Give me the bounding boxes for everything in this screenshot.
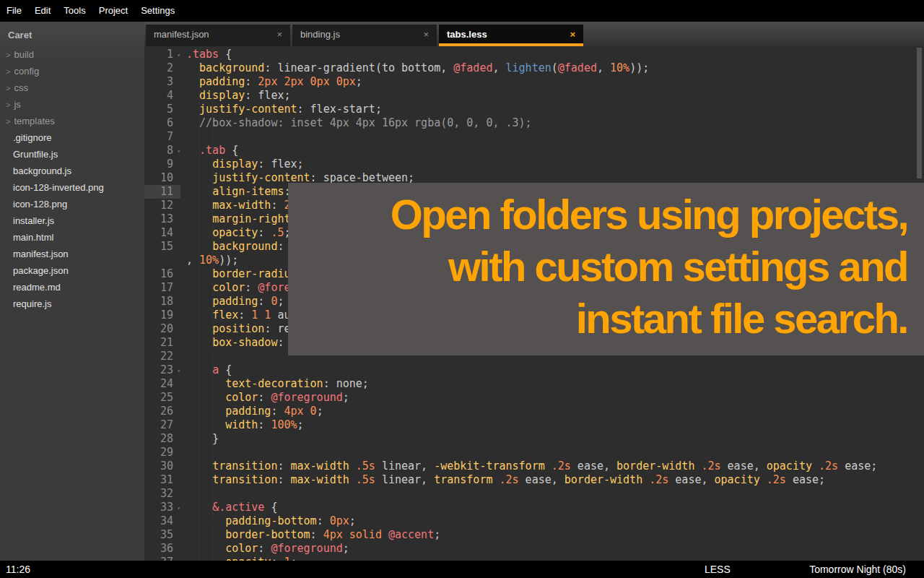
line-number: 6 bbox=[144, 116, 180, 130]
sidebar-folder-build[interactable]: >build bbox=[0, 46, 144, 63]
sidebar-file-main-html[interactable]: main.html bbox=[0, 229, 144, 246]
code-line[interactable]: 32 bbox=[144, 487, 924, 501]
sidebar-file-gruntfile-js[interactable]: Gruntfile.js bbox=[0, 146, 144, 163]
code-line[interactable]: 30 transition: max-width .5s linear, -we… bbox=[144, 460, 924, 473]
code-line[interactable]: 24 text-decoration: none; bbox=[144, 377, 924, 391]
sidebar-file-icon-128-inverted-png[interactable]: icon-128-inverted.png bbox=[0, 179, 144, 196]
menu-project[interactable]: Project bbox=[92, 0, 134, 22]
sidebar-file-background-js[interactable]: background.js bbox=[0, 163, 144, 179]
menu-settings[interactable]: Settings bbox=[134, 0, 181, 22]
line-number-text: 12 bbox=[160, 199, 173, 212]
sidebar-folder-js[interactable]: >js bbox=[0, 96, 144, 113]
theme-name[interactable]: Tomorrow Night (80s) bbox=[809, 564, 906, 575]
code-line[interactable]: 29 bbox=[144, 446, 924, 460]
code-token: , bbox=[597, 61, 610, 74]
code-text: border-bottom: 4px solid @accent; bbox=[180, 528, 924, 542]
close-icon[interactable]: × bbox=[423, 29, 429, 40]
code-line[interactable]: 4 display: flex; bbox=[144, 89, 924, 103]
sidebar-folder-config[interactable]: >config bbox=[0, 63, 144, 79]
code-token: : bbox=[277, 460, 290, 473]
line-number-text: 30 bbox=[160, 460, 173, 473]
sidebar-file-gitignore[interactable]: .gitignore bbox=[0, 129, 144, 146]
code-line[interactable]: 23▾ a { bbox=[144, 363, 924, 377]
code-line[interactable]: 5 justify-content: flex-start; bbox=[144, 103, 924, 116]
fold-icon[interactable]: ▾ bbox=[177, 144, 180, 158]
code-token: , bbox=[186, 254, 199, 267]
code-token: : none; bbox=[323, 377, 369, 390]
code-line[interactable]: 31 transition: max-width .5s linear, tra… bbox=[144, 473, 924, 487]
code-line[interactable]: 7 bbox=[144, 130, 924, 144]
code-token: : bbox=[238, 309, 251, 322]
code-token: ease, bbox=[721, 460, 767, 473]
code-line[interactable]: 25 color: @foreground; bbox=[144, 391, 924, 405]
code-token: 1 1 bbox=[251, 309, 271, 322]
code-token: @foreground bbox=[271, 542, 342, 555]
code-line[interactable]: 33▾ &.active { bbox=[144, 501, 924, 514]
code-token: 1 bbox=[284, 556, 290, 561]
line-number-text: 10 bbox=[160, 171, 173, 184]
code-line[interactable]: 35 border-bottom: 4px solid @accent; bbox=[144, 528, 924, 542]
code-token: : flex; bbox=[258, 158, 303, 171]
syntax-mode[interactable]: LESS bbox=[705, 564, 731, 575]
code-token bbox=[186, 144, 199, 157]
fold-icon[interactable]: ▾ bbox=[177, 48, 180, 62]
tab-manifest-json[interactable]: manifest.json× bbox=[146, 25, 290, 46]
code-text: .tab { bbox=[180, 144, 924, 158]
chevron-right-icon: > bbox=[6, 84, 10, 92]
code-line[interactable]: 9 display: flex; bbox=[144, 158, 924, 171]
code-line[interactable]: 37 opacity: 1; bbox=[144, 556, 924, 561]
code-line[interactable]: 26 padding: 4px 0; bbox=[144, 405, 924, 418]
sidebar-file-manifest-json[interactable]: manifest.json bbox=[0, 246, 144, 262]
code-token: : linear-gradient(to bottom, bbox=[264, 61, 453, 74]
code-token: : flex; bbox=[245, 89, 290, 102]
code-line[interactable]: 8▾ .tab { bbox=[144, 144, 924, 158]
code-line[interactable]: 28 } bbox=[144, 432, 924, 446]
code-token: .2s bbox=[701, 460, 720, 473]
code-token: : re bbox=[264, 322, 290, 335]
menu-tools[interactable]: Tools bbox=[57, 0, 92, 22]
code-line[interactable]: 2 background: linear-gradient(to bottom,… bbox=[144, 61, 924, 75]
code-text: a { bbox=[180, 363, 924, 377]
menu-edit[interactable]: Edit bbox=[28, 0, 57, 22]
code-line[interactable]: 6 //box-shadow: inset 4px 4px 16px rgba(… bbox=[144, 116, 924, 130]
code-line[interactable]: 36 color: @foreground; bbox=[144, 542, 924, 556]
code-token: ease, bbox=[571, 460, 616, 473]
sidebar-file-readme-md[interactable]: readme.md bbox=[0, 279, 144, 296]
code-line[interactable]: 34 padding-bottom: 0px; bbox=[144, 514, 924, 528]
sidebar-folder-css[interactable]: >css bbox=[0, 79, 144, 96]
code-text: color: @foreground; bbox=[180, 542, 924, 556]
tab-binding-js[interactable]: binding.js× bbox=[292, 25, 437, 46]
line-number: 8▾ bbox=[144, 144, 180, 158]
line-number: 5 bbox=[144, 103, 180, 116]
sidebar-file-installer-js[interactable]: installer.js bbox=[0, 212, 144, 229]
code-token: -webkit-transform bbox=[434, 460, 545, 473]
code-token: transition bbox=[212, 460, 277, 473]
line-number-text: 27 bbox=[160, 418, 173, 431]
code-line[interactable]: 3 padding: 2px 2px 0px 0px; bbox=[144, 75, 924, 89]
code-token: : bbox=[317, 514, 330, 527]
close-icon[interactable]: × bbox=[276, 29, 282, 40]
tab-tabs-less[interactable]: tabs.less× bbox=[439, 25, 583, 46]
sidebar-file-package-json[interactable]: package.json bbox=[0, 262, 144, 279]
code-token: linear, bbox=[375, 460, 434, 473]
code-token bbox=[186, 89, 199, 102]
code-token: max-width bbox=[212, 199, 271, 212]
line-number-text: 14 bbox=[160, 226, 173, 239]
fold-icon[interactable]: ▾ bbox=[177, 501, 180, 515]
sidebar-file-require-js[interactable]: require.js bbox=[0, 296, 144, 312]
code-line[interactable]: 1▾.tabs { bbox=[144, 48, 924, 61]
sidebar-file-icon-128-png[interactable]: icon-128.png bbox=[0, 196, 144, 212]
code-token: .2s bbox=[767, 473, 786, 486]
sidebar-title: Caret bbox=[0, 27, 144, 46]
fold-icon[interactable]: ▾ bbox=[177, 364, 180, 378]
close-icon[interactable]: × bbox=[570, 29, 575, 40]
scrollbar-thumb[interactable] bbox=[917, 48, 922, 178]
code-token: : bbox=[277, 240, 284, 253]
code-line[interactable]: 27 width: 100%; bbox=[144, 418, 924, 432]
code-token: @faded bbox=[558, 61, 597, 74]
line-number: 23▾ bbox=[144, 363, 180, 377]
menu-file[interactable]: File bbox=[0, 0, 28, 22]
sidebar-folder-templates[interactable]: >templates bbox=[0, 113, 144, 129]
line-number-text: 5 bbox=[167, 103, 173, 116]
code-token: linear, bbox=[375, 473, 434, 486]
